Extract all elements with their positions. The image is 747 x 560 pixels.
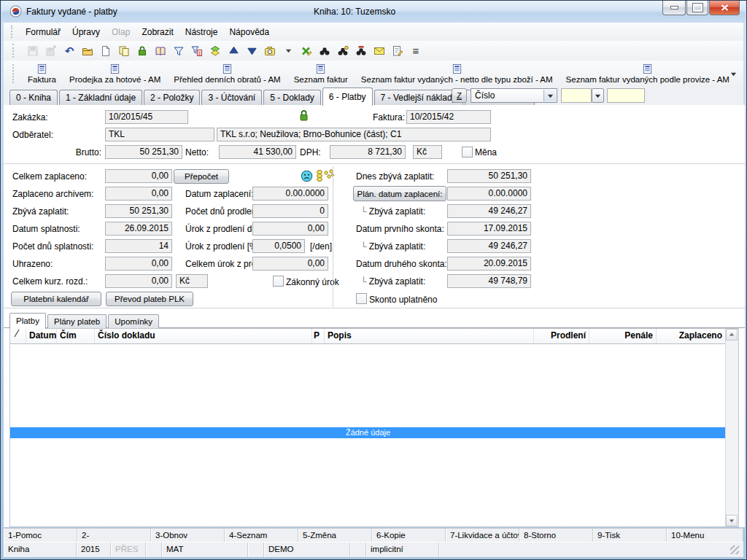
celkem-urok-prodleni-field[interactable]: 0,00	[252, 257, 328, 271]
skonto1-zbyva-zaplatit-field[interactable]: 49 246,27	[447, 239, 531, 253]
zakazka-field[interactable]: 10/2015/45	[105, 110, 188, 124]
column-popis[interactable]: Popis	[325, 329, 534, 343]
celkem-kurz-rozd-field[interactable]: 0,00	[105, 274, 172, 288]
plan-datum-zaplaceni-button[interactable]: Plán. datum zaplacení:	[353, 186, 446, 201]
column-prodleni[interactable]: Prodlení	[534, 329, 589, 343]
new-document-icon[interactable]	[99, 44, 112, 58]
mena-checkbox[interactable]	[462, 147, 473, 158]
currency-field[interactable]: Kč	[413, 145, 442, 159]
column-datum[interactable]: Datum	[26, 329, 57, 343]
report-button-seznam-provize[interactable]: Seznam faktur vydaných podle provize - A…	[560, 61, 736, 87]
column-penale[interactable]: Penále	[589, 329, 657, 343]
z-button[interactable]: Z	[452, 88, 467, 103]
fkey-10-menu[interactable]: 10-Menu	[667, 529, 743, 542]
column-cislo-dokladu[interactable]: Číslo dokladu	[95, 329, 312, 343]
camera-icon[interactable]	[263, 44, 276, 58]
reports-toolbar-grip[interactable]	[12, 64, 17, 82]
datum-prvniho-skonta-field[interactable]: 17.09.2015	[447, 222, 531, 236]
fkey-3-obnov[interactable]: 3-Obnov	[151, 529, 225, 542]
minimize-button[interactable]	[662, 1, 686, 15]
vertical-scrollbar[interactable]	[725, 329, 738, 526]
plan-datum-zaplaceni-field[interactable]: 0.00.0000	[447, 187, 531, 201]
brutto-field[interactable]: 50 251,30	[105, 145, 182, 159]
search-value-field-2[interactable]	[607, 88, 645, 103]
skonto-uplatneno-checkbox[interactable]	[356, 293, 367, 304]
menu-lines-icon[interactable]: ≡	[409, 44, 422, 58]
menu-formular[interactable]: Formulář	[20, 24, 66, 40]
pocet-dnu-splatnosti-field[interactable]: 14	[105, 239, 172, 253]
toolbar-overflow-button[interactable]	[727, 68, 739, 79]
dph-field[interactable]: 8 721,30	[330, 145, 406, 159]
fkey-5-zmena[interactable]: 5-Změna	[298, 529, 372, 542]
prepocet-button[interactable]: Přepočet	[174, 169, 229, 184]
subtab-platby[interactable]: Platby	[9, 313, 46, 329]
netto-field[interactable]: 41 530,00	[219, 145, 296, 159]
prevod-plateb-plk-button[interactable]: Převod plateb PLK	[106, 292, 193, 306]
undo-icon[interactable]: ↶	[63, 44, 76, 58]
menu-napoveda[interactable]: Nápověda	[223, 24, 275, 40]
zaplaceno-archivem-field[interactable]: 0,00	[105, 187, 172, 201]
fkey-9-tisk[interactable]: 9-Tisk	[593, 529, 667, 542]
maximize-button[interactable]	[686, 1, 708, 15]
fkey-7-likvidace[interactable]: 7-Likvidace a účtová	[446, 529, 519, 542]
tab-2-polozky[interactable]: 2 - Položky	[144, 90, 200, 105]
sort-indicator-column[interactable]	[10, 329, 26, 343]
fkey-6-kopie[interactable]: 6-Kopie	[372, 529, 446, 542]
kurz-currency-field[interactable]: Kč	[176, 274, 208, 288]
report-button-prodejka[interactable]: Prodejka za hotové - AM	[63, 61, 167, 87]
combo-arrow-icon[interactable]	[543, 90, 556, 101]
search-next-binoculars-icon[interactable]	[336, 44, 349, 58]
lock-icon[interactable]	[136, 44, 149, 58]
fkey-2[interactable]: 2-	[77, 529, 151, 542]
scroll-up-button[interactable]	[726, 329, 738, 341]
datum-zaplaceni-field[interactable]: 0.00.0000	[252, 187, 328, 201]
column-p[interactable]: P	[312, 329, 325, 343]
subtab-upominky[interactable]: Upomínky	[108, 314, 159, 328]
pocet-dnu-prodleni-field[interactable]: 0	[252, 204, 328, 218]
tab-5-doklady[interactable]: 5 - Doklady	[263, 90, 321, 105]
close-button[interactable]	[709, 1, 740, 15]
menu-nastroje[interactable]: Nástroje	[179, 24, 224, 40]
dnes-zbyva-zaplatit-field[interactable]: 50 251,30	[447, 169, 531, 183]
tab-1-zakladni-udaje[interactable]: 1 - Základní údaje	[59, 90, 142, 105]
filter-document-icon[interactable]	[190, 44, 204, 58]
camera-dropdown-icon[interactable]	[282, 44, 295, 58]
zakonny-urok-checkbox[interactable]	[273, 276, 284, 287]
column-cim[interactable]: Čím	[57, 329, 95, 343]
datum-druheho-skonta-field[interactable]: 20.09.2015	[447, 257, 531, 271]
odberatel-code-field[interactable]: TKL	[105, 128, 214, 141]
skonto2-zbyva-zaplatit-field[interactable]: 49 748,79	[447, 274, 531, 288]
tab-3-uctovani[interactable]: 3 - Účtování	[201, 90, 262, 105]
search-value-field[interactable]	[561, 88, 592, 103]
column-zaplaceno[interactable]: Zaplaceno	[657, 329, 725, 343]
faktura-field[interactable]: 10/2015/42	[406, 110, 491, 124]
report-button-faktura[interactable]: Faktura	[21, 61, 63, 87]
menubar-grip[interactable]	[11, 26, 15, 39]
search-binoculars-icon[interactable]	[318, 44, 331, 58]
subtab-plany-plateb[interactable]: Plány plateb	[47, 314, 107, 328]
report-button-prehled-obratu[interactable]: Přehled denních obratů - AM	[167, 61, 287, 87]
fkey-8-storno[interactable]: 8-Storno	[519, 529, 593, 542]
filter-icon[interactable]	[172, 44, 185, 58]
book-icon[interactable]	[154, 44, 167, 58]
search-value-dropdown-button[interactable]	[592, 88, 604, 103]
search-all-binoculars-icon[interactable]	[355, 44, 368, 58]
menu-zobrazit[interactable]: Zobrazit	[136, 24, 179, 40]
celkem-zaplaceno-field[interactable]: 0,00	[105, 169, 172, 183]
resize-grip[interactable]	[730, 545, 739, 554]
scroll-down-button[interactable]	[726, 515, 738, 526]
tab-0-kniha[interactable]: 0 - Kniha	[9, 90, 58, 105]
open-folder-icon[interactable]	[81, 44, 94, 58]
down-arrow-icon[interactable]	[245, 44, 258, 58]
export-edit-icon[interactable]	[300, 44, 313, 58]
plan-zbyva-zaplatit-field[interactable]: 49 246,27	[447, 204, 531, 218]
tab-6-platby[interactable]: 6 - Platby	[322, 88, 373, 106]
report-button-seznam-faktur[interactable]: Seznam faktur	[287, 61, 355, 87]
send-layers-icon[interactable]	[209, 44, 222, 58]
odberatel-name-field[interactable]: TKL s.r.o; Neužilova; Brno-Bohunice (čás…	[217, 128, 491, 141]
up-arrow-icon[interactable]	[227, 44, 240, 58]
fkey-4-seznam[interactable]: 4-Seznam	[225, 529, 298, 542]
datum-splatnosti-field[interactable]: 26.09.2015	[105, 222, 172, 236]
urok-prodleni-dnes-field[interactable]: 0,00	[252, 222, 328, 236]
fkey-1-pomoc[interactable]: 1-Pomoc	[4, 529, 77, 542]
